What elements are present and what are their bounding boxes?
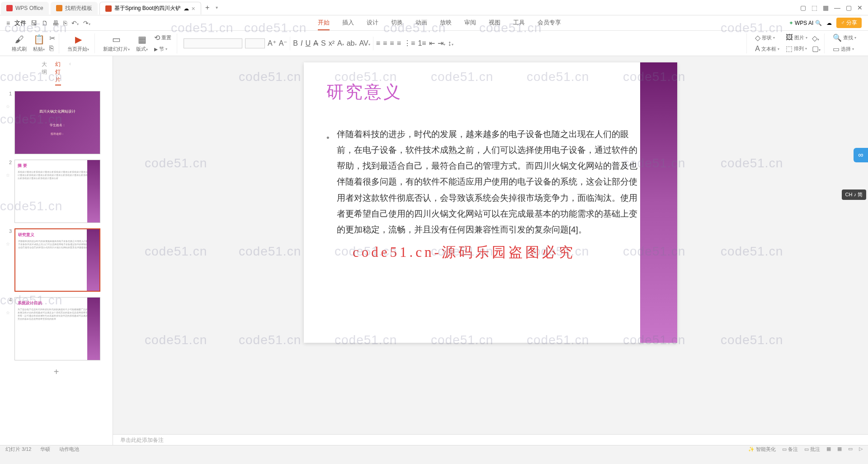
tab-member[interactable]: 会员专享 (538, 16, 561, 30)
reset-button[interactable]: ⟲重置 (152, 33, 173, 43)
share-button[interactable]: ♂ 分享 (836, 18, 862, 28)
textbox-button[interactable]: A文本框▾ (753, 44, 781, 54)
tab-view[interactable]: 视图 (489, 16, 500, 30)
minimize-icon[interactable]: — (834, 4, 840, 11)
window-controls: ▢ ⬚ ▦ — ▢ ✕ (800, 4, 868, 11)
ppt-icon (105, 5, 112, 12)
slide-thumb-2[interactable]: 2☆ 摘 要 系统设计需求分析系统设计需求分析系统设计需求分析系统设计需求分析系… (0, 157, 113, 226)
sorter-view-icon[interactable]: ▦ (837, 446, 842, 453)
copy-icon[interactable]: ⎘ (49, 44, 55, 52)
tab-dropdown[interactable]: ▾ (216, 5, 218, 10)
superscript-icon[interactable]: x² (329, 39, 335, 47)
section-button[interactable]: ▸节▾ (152, 44, 173, 54)
slide-thumb-4[interactable]: 4☆ 系统设计目的 为了迎合电子信息时代和科技化时代的到来面对不少可能模糊繁广泛… (0, 294, 113, 363)
align-center-icon[interactable]: ≡ (383, 39, 387, 47)
align-right-icon[interactable]: ≡ (390, 39, 394, 47)
app-icon[interactable]: ▢ (800, 4, 806, 11)
wps-logo-icon (6, 5, 13, 11)
bullets-icon[interactable]: ⋮≡ (404, 39, 415, 47)
shape-fill-icon[interactable]: ◇▾ (812, 34, 821, 43)
bold-icon[interactable]: B (293, 39, 298, 47)
format-painter-button[interactable]: 🖌格式刷 (10, 33, 28, 53)
close-tab-icon[interactable]: × (192, 5, 195, 12)
file-menu[interactable]: 文件 (14, 19, 26, 27)
tab-insert[interactable]: 插入 (342, 16, 354, 30)
strikethrough-icon[interactable]: S (321, 39, 326, 47)
indent-decrease-icon[interactable]: ⇤ (429, 39, 435, 47)
find-button[interactable]: 🔍查找▾ (831, 33, 858, 43)
tab-start[interactable]: 开始 (318, 16, 330, 30)
tab-review[interactable]: 审阅 (464, 16, 476, 30)
tab-document[interactable]: 基于Spring Boot的四川火铲 ☁ × (99, 2, 201, 14)
undo-icon[interactable]: ↶▾ (71, 19, 79, 27)
grid-icon[interactable]: ▦ (823, 4, 829, 11)
slide-thumb-1[interactable]: 1☆ 四川火锅文化网站设计 学生姓名： 指导老师： (0, 88, 113, 157)
highlight-icon[interactable]: ab▾ (347, 39, 357, 47)
tab-design[interactable]: 设计 (367, 16, 378, 30)
notes-button[interactable]: ▭ 备注 (782, 446, 798, 453)
sidebar-float-button[interactable]: ∞ (854, 148, 868, 162)
save-icon[interactable]: 🖫 (31, 19, 37, 27)
font-color-icon[interactable]: A▾ (337, 39, 344, 47)
normal-view-icon[interactable]: ▦ (826, 446, 831, 453)
smart-beautify-button[interactable]: ✨ 智能美化 (748, 446, 776, 453)
add-tab-button[interactable]: + (202, 4, 213, 12)
slide-title[interactable]: 研究意义 (304, 62, 677, 113)
italic-icon[interactable]: I (301, 39, 302, 47)
paste-button[interactable]: 📋粘贴▾ (31, 33, 47, 53)
strike-icon[interactable]: A̶ (313, 39, 318, 47)
slide-body[interactable]: • 伴随着科技的进步，时代的发展，越来越多的电子设备也随之出现在人们的眼前，在电… (304, 113, 677, 237)
comments-button[interactable]: ▭ 批注 (804, 446, 820, 453)
new-slide-button[interactable]: ▭新建幻灯片▾ (101, 33, 132, 53)
print-icon[interactable]: 🖶 (52, 19, 59, 27)
shape-outline-icon[interactable]: ▢▾ (812, 44, 821, 53)
slide-thumb-3[interactable]: 3☆ 研究意义 伴随着科技的进步时代的发展越来越多的电子设备也随之出现在人们眼前… (0, 226, 113, 294)
tab-wps-office[interactable]: WPS Office (1, 2, 49, 14)
panel-collapse-icon[interactable]: ‹ (69, 61, 71, 85)
export-icon[interactable]: ⎘ (63, 19, 67, 27)
align-left-icon[interactable]: ≡ (376, 39, 380, 47)
ribbon: 🖌格式刷 📋粘贴▾ ✂ ⎘ ▶当页开始▾ ▭新建幻灯片▾ ▦版式▾ ⟲重置 ▸节… (0, 31, 868, 56)
close-window-icon[interactable]: ✕ (857, 4, 863, 11)
menu-icon[interactable]: ≡ (6, 19, 10, 27)
select-button[interactable]: ▭选择▾ (831, 44, 858, 54)
tab-template[interactable]: 找稻壳模板 (51, 2, 98, 14)
picture-button[interactable]: 🖼图片▾ (784, 33, 809, 43)
outline-tab[interactable]: 大纲 (42, 61, 47, 85)
star-icon: ☆ (6, 173, 10, 178)
tab-slideshow[interactable]: 放映 (440, 16, 452, 30)
line-spacing-icon[interactable]: ↕▾ (448, 39, 453, 47)
redo-icon[interactable]: ↷▾ (83, 19, 90, 27)
cloud-sync-icon[interactable]: ☁ (826, 20, 832, 26)
print-preview-icon[interactable]: 🗋 (42, 19, 48, 27)
maximize-icon[interactable]: ▢ (846, 4, 852, 11)
underline-icon[interactable]: U (305, 39, 311, 47)
tab-transition[interactable]: 切换 (391, 16, 403, 30)
increase-font-icon[interactable]: A⁺ (268, 39, 276, 47)
notes-bar[interactable]: 单击此处添加备注 (113, 434, 868, 445)
thumb-title: 系统设计目的 (18, 300, 97, 306)
layout-button[interactable]: ▦版式▾ (134, 33, 150, 53)
shape-button[interactable]: ◇形状▾ (753, 33, 781, 43)
slide-canvas[interactable]: 研究意义 • 伴随着科技的进步，时代的发展，越来越多的电子设备也随之出现在人们的… (304, 62, 677, 343)
reading-view-icon[interactable]: ▭ (848, 446, 853, 453)
from-start-button[interactable]: ▶当页开始▾ (66, 33, 91, 53)
wps-ai-button[interactable]: ✦ WPS AI 🔍 (789, 20, 822, 26)
thumb-sub2: 指导老师： (51, 132, 64, 136)
numbering-icon[interactable]: 1≡ (418, 39, 426, 47)
arrange-button[interactable]: ⬚排列▾ (784, 43, 809, 54)
text-effects-icon[interactable]: AV▾ (359, 39, 370, 47)
slideshow-view-icon[interactable]: ▷ (859, 446, 863, 453)
indent-increase-icon[interactable]: ⇥▾ (438, 39, 445, 47)
font-size-select[interactable] (245, 38, 265, 48)
font-family-select[interactable] (184, 38, 242, 48)
tab-animation[interactable]: 动画 (415, 16, 427, 30)
decrease-font-icon[interactable]: A⁻ (279, 39, 288, 47)
tab-label: 找稻壳模板 (65, 5, 92, 12)
tab-tools[interactable]: 工具 (513, 16, 525, 30)
cut-icon[interactable]: ✂ (49, 34, 55, 43)
slides-tab[interactable]: 幻灯片 (55, 61, 61, 85)
add-slide-button[interactable]: + (0, 363, 113, 381)
align-justify-icon[interactable]: ≡ (397, 39, 401, 47)
cube-icon[interactable]: ⬚ (811, 4, 817, 11)
